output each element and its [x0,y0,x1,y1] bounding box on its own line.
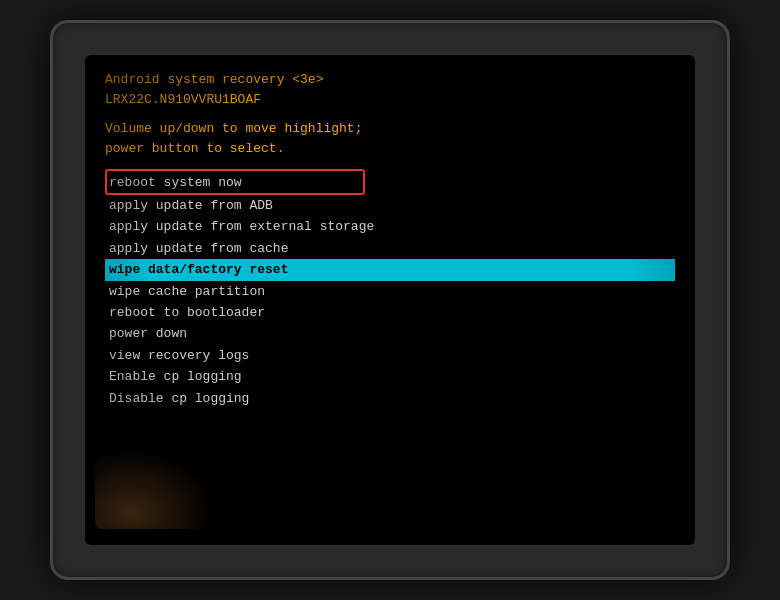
instructions-line2: power button to select. [105,139,675,159]
menu-item-apply-update-external[interactable]: apply update from external storage [105,216,675,237]
menu-item-view-recovery-logs[interactable]: view recovery logs [105,345,675,366]
device-screen: Android system recovery <3e> LRX22C.N910… [85,55,695,545]
menu-item-power-down[interactable]: power down [105,323,675,344]
title-line1: Android system recovery <3e> [105,71,675,89]
menu-item-apply-update-cache[interactable]: apply update from cache [105,238,675,259]
menu-item-reboot-system-now[interactable]: reboot system now [105,172,675,193]
instructions: Volume up/down to move highlight; power … [105,119,675,158]
menu-item-wrapper-reboot-system-now[interactable]: reboot system now [105,172,675,193]
recovery-menu: reboot system now apply update from ADB … [105,172,675,409]
thumb-shadow [95,449,215,529]
menu-item-reboot-to-bootloader[interactable]: reboot to bootloader [105,302,675,323]
menu-item-wipe-cache-partition[interactable]: wipe cache partition [105,281,675,302]
title-line2: LRX22C.N910VVRU1BOAF [105,91,675,109]
phone-device: Android system recovery <3e> LRX22C.N910… [50,20,730,580]
instructions-line1: Volume up/down to move highlight; [105,119,675,139]
menu-item-disable-cp-logging[interactable]: Disable cp logging [105,388,675,409]
menu-item-apply-update-adb[interactable]: apply update from ADB [105,195,675,216]
menu-item-wipe-data-factory-reset[interactable]: wipe data/factory reset [105,259,675,280]
menu-item-enable-cp-logging[interactable]: Enable cp logging [105,366,675,387]
